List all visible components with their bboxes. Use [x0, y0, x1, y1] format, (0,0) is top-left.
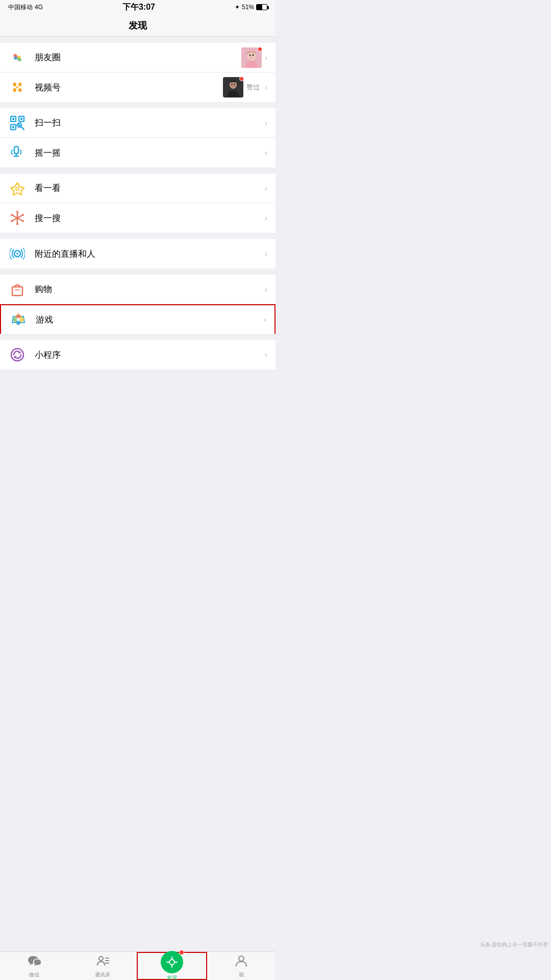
saoyi-chevron: ›: [265, 119, 267, 127]
bluetooth-icon: ✦: [235, 4, 240, 11]
svg-point-11: [234, 84, 235, 85]
section-gap-1: [0, 37, 276, 43]
group-1: 朋友圈: [0, 43, 276, 102]
liked-label: 赞过: [246, 83, 260, 92]
svg-rect-17: [12, 126, 14, 128]
svg-rect-36: [12, 287, 22, 296]
menu-item-shipinhao[interactable]: 视频号: [0, 72, 276, 102]
page-title: 发现: [129, 19, 147, 32]
group-4: 附近的直播和人 ›: [0, 239, 276, 268]
youxi-chevron: ›: [264, 315, 266, 324]
svg-point-28: [16, 211, 18, 213]
shipinhao-badge: [239, 77, 243, 81]
svg-point-4: [249, 54, 251, 56]
yaoyi-label: 摇一摇: [35, 147, 265, 159]
pengyouquan-avatar: [241, 47, 262, 68]
youxi-label: 游戏: [36, 314, 264, 326]
svg-point-10: [232, 84, 233, 85]
pengyouquan-right: ›: [241, 47, 267, 68]
saoyi-label: 扫一扫: [35, 117, 265, 129]
svg-marker-23: [11, 183, 24, 195]
menu-item-xiaochengxu[interactable]: 小程序 ›: [0, 340, 276, 370]
svg-point-5: [253, 54, 254, 56]
svg-line-41: [18, 352, 21, 353]
miniapp-icon: [8, 346, 27, 364]
section-gap-5: [0, 268, 276, 275]
section-gap-3: [0, 167, 276, 174]
gouwu-label: 购物: [35, 283, 265, 295]
svg-rect-16: [20, 118, 22, 120]
scan-icon: [8, 114, 27, 132]
shipinhao-avatar: [223, 77, 243, 97]
status-right: ✦ 51%: [235, 4, 267, 11]
pengyouquan-label: 朋友圈: [35, 52, 241, 63]
shake-icon: [8, 143, 27, 162]
status-left: 中国移动 4G: [8, 3, 43, 12]
battery-icon: [256, 4, 267, 10]
xiaochengxu-label: 小程序: [35, 349, 265, 361]
souyi-chevron: ›: [265, 214, 267, 222]
xiaochengxu-right: ›: [265, 351, 267, 359]
gouwu-chevron: ›: [265, 285, 267, 293]
menu-item-youxi[interactable]: 游戏 ›: [0, 304, 276, 334]
menu-item-fujin[interactable]: 附近的直播和人 ›: [0, 239, 276, 268]
status-bar: 中国移动 4G 下午3:07 ✦ 51%: [0, 0, 276, 14]
menu-item-kanyi[interactable]: 看一看 ›: [0, 174, 276, 203]
group-3: 看一看 › 搜一搜: [0, 174, 276, 233]
svg-point-29: [16, 223, 18, 225]
nav-bar: 发现: [0, 14, 276, 37]
svg-line-42: [14, 356, 16, 357]
pengyouquan-badge: [258, 47, 262, 52]
yaoyi-chevron: ›: [265, 149, 267, 157]
group-2: 扫一扫 › 摇一摇 ›: [0, 108, 276, 167]
kanyi-label: 看一看: [35, 182, 265, 194]
menu-item-souyi[interactable]: 搜一搜 ›: [0, 203, 276, 233]
shopping-icon: [8, 280, 27, 299]
souyi-right: ›: [265, 214, 267, 222]
menu-item-pengyouquan[interactable]: 朋友圈: [0, 43, 276, 72]
menu-item-gouwu[interactable]: 购物 ›: [0, 275, 276, 304]
svg-point-31: [22, 220, 24, 222]
look-icon: [8, 179, 27, 198]
fujin-right: ›: [265, 250, 267, 258]
svg-rect-15: [12, 118, 14, 120]
svg-point-35: [16, 253, 18, 255]
channels-icon: [8, 78, 27, 96]
xiaochengxu-chevron: ›: [265, 351, 267, 359]
svg-point-40: [11, 349, 23, 361]
gouwu-right: ›: [265, 285, 267, 293]
group-5: 购物 › 游戏 ›: [0, 275, 276, 334]
souyi-label: 搜一搜: [35, 212, 265, 224]
svg-point-32: [11, 220, 13, 222]
pengyouquan-chevron: ›: [265, 54, 267, 62]
svg-point-6: [16, 86, 18, 88]
shipinhao-chevron: ›: [265, 83, 267, 91]
fujin-chevron: ›: [265, 250, 267, 258]
yaoyi-right: ›: [265, 149, 267, 157]
moments-icon: [8, 48, 27, 67]
shipinhao-right: 赞过 ›: [223, 77, 267, 97]
menu-item-yaoyi[interactable]: 摇一摇 ›: [0, 138, 276, 167]
game-icon: [9, 310, 28, 329]
content-area: 朋友圈: [0, 37, 276, 404]
svg-rect-20: [14, 146, 18, 154]
svg-point-39: [17, 318, 20, 321]
svg-point-30: [11, 214, 13, 216]
section-gap-2: [0, 102, 276, 108]
fujin-label: 附近的直播和人: [35, 248, 265, 260]
svg-point-24: [16, 187, 19, 190]
search-discover-icon: [8, 209, 27, 227]
kanyi-chevron: ›: [265, 184, 267, 192]
svg-point-33: [22, 214, 24, 216]
saoyi-right: ›: [265, 119, 267, 127]
shipinhao-label: 视频号: [35, 82, 223, 93]
menu-item-saoyi[interactable]: 扫一扫 ›: [0, 108, 276, 138]
carrier-label: 中国移动: [8, 3, 33, 12]
section-gap-bottom: [0, 370, 276, 376]
nearby-icon: [8, 244, 27, 263]
group-6: 小程序 ›: [0, 340, 276, 370]
section-gap-4: [0, 233, 276, 239]
youxi-right: ›: [264, 315, 266, 324]
network-label: 4G: [35, 4, 43, 11]
section-gap-6: [0, 334, 276, 340]
